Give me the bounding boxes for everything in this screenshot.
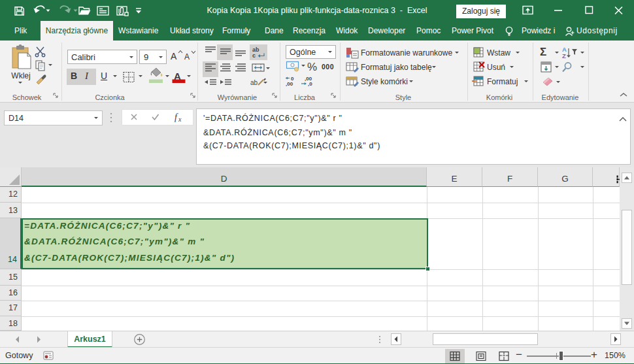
svg-text:,0: ,0	[308, 81, 312, 87]
svg-text:x: x	[178, 116, 182, 123]
svg-text:,00: ,00	[286, 81, 293, 87]
svg-text:Z: Z	[562, 52, 566, 59]
svg-text:ab: ab	[250, 79, 258, 86]
svg-text:c: c	[252, 52, 256, 59]
